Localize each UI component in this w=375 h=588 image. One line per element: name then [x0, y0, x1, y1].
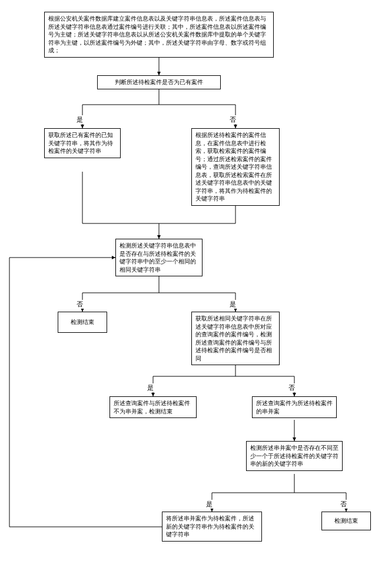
- box-not-serial-end: 所述查询案件与所述待检案件不为串并案，检测结束: [109, 396, 197, 418]
- label-yes-3: 是: [146, 383, 155, 392]
- box-check-same-keyword: 检测所述关键字符串信息表中是否存在与所述待检案件的关键字符串中的至少一个相同的相…: [115, 239, 203, 276]
- text: 根据公安机关案件数据库建立案件信息表以及关键字符串信息表，所述案件信息表与所述关…: [48, 15, 266, 54]
- label-no-1: 否: [228, 115, 237, 124]
- box-get-known-keyword: 获取所述已有案件的已知关键字符串，将其作为待检案件的关键字符串: [44, 128, 121, 158]
- flowchart-canvas: 根据公安机关案件数据库建立案件信息表以及关键字符串信息表，所述案件信息表与所述关…: [0, 0, 375, 588]
- text: 检测结束: [334, 517, 358, 524]
- box-end-1: 检测结束: [58, 312, 107, 333]
- box-compare-case-number: 获取所述相同关键字符串在所述关键字符串信息表中所对应的查询案件的案件编号，检测所…: [191, 312, 280, 365]
- text: 获取所述相同关键字符串在所述关键字符串信息表中所对应的查询案件的案件编号，检测所…: [195, 315, 272, 362]
- label-yes-2: 是: [228, 300, 237, 309]
- label-yes-1: 是: [75, 115, 84, 124]
- label-no-2: 否: [75, 300, 84, 309]
- box-is-existing-case: 判断所述待检案件是否为已有案件: [97, 75, 221, 89]
- label-no-3: 否: [287, 383, 296, 392]
- text: 所述查询案件与所述待检案件不为串并案，检测结束: [114, 400, 190, 415]
- box-loop-new-keyword: 将所述串并案作为待检案件，所述新的关键字符串作为待检案件的关键字符串: [162, 512, 262, 542]
- box-retrieve-keyword: 根据所述待检案件的案件信息，在案件信息表中进行检索，获取检索案件的案件编号；通过…: [191, 128, 280, 206]
- text: 所述查询案件为所述待检案件的串并案: [256, 400, 333, 415]
- text: 检测结束: [71, 319, 94, 325]
- label-yes-4: 是: [205, 500, 214, 509]
- label-no-4: 否: [339, 500, 348, 509]
- text: 检测所述串并案中是否存在不同至少一个于所述待检案件的关键字符串的新的关键字符串: [250, 445, 339, 467]
- text: 获取所述已有案件的已知关键字符串，将其作为待检案件的关键字符串: [48, 132, 113, 154]
- text: 将所述串并案作为待检案件，所述新的关键字符串作为待检案件的关键字符串: [166, 515, 254, 537]
- box-check-new-keyword: 检测所述串并案中是否存在不同至少一个于所述待检案件的关键字符串的新的关键字符串: [246, 441, 343, 471]
- box-end-2: 检测结束: [321, 512, 371, 530]
- box-build-tables: 根据公安机关案件数据库建立案件信息表以及关键字符串信息表，所述案件信息表与所述关…: [44, 12, 274, 58]
- text: 检测所述关键字符串信息表中是否存在与所述待检案件的关键字符串中的至少一个相同的相…: [120, 242, 196, 273]
- box-is-serial-case: 所述查询案件为所述待检案件的串并案: [252, 396, 337, 418]
- text: 判断所述待检案件是否为已有案件: [115, 79, 203, 85]
- text: 根据所述待检案件的案件信息，在案件信息表中进行检索，获取检索案件的案件编号；通过…: [195, 132, 272, 202]
